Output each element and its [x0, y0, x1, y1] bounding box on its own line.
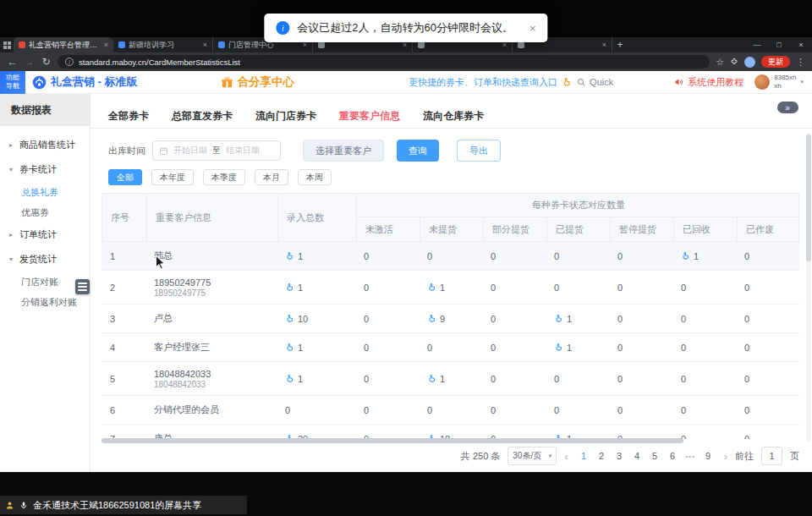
count-hand-icon[interactable] — [427, 314, 436, 323]
count-value: 0 — [427, 343, 432, 353]
bookmark-star-icon[interactable]: ☆ — [716, 57, 724, 68]
tab-close-icon[interactable]: × — [104, 41, 108, 49]
count-hand-icon[interactable] — [554, 314, 563, 323]
count-hand-icon[interactable] — [427, 283, 436, 292]
refresh-icon[interactable]: ↻ — [41, 56, 52, 68]
count-hand-icon[interactable] — [427, 374, 436, 383]
cell-status: 0 — [609, 405, 672, 415]
page-number[interactable]: 2 — [594, 447, 610, 464]
page-number[interactable]: 3 — [612, 447, 628, 464]
forward-icon[interactable]: → — [24, 56, 35, 68]
sidebar-item[interactable]: ▸商品销售统计 — [0, 133, 90, 157]
tab-grid-icon[interactable] — [0, 37, 14, 52]
site-info-icon[interactable]: i — [65, 58, 74, 66]
toast-text: 会议已超过2人，自动转为60分钟限时会议。 — [297, 20, 513, 36]
count-value: 0 — [744, 283, 749, 293]
date-filter-label: 出库时间 — [108, 145, 145, 157]
cell-status: 0 — [482, 283, 546, 293]
export-button[interactable]: 导出 — [457, 140, 501, 162]
v-scrollbar-thumb[interactable] — [806, 134, 811, 261]
page-number[interactable]: 5 — [647, 447, 663, 464]
count-hand-icon[interactable] — [285, 343, 294, 352]
screen: 礼盒营销平台管理中心×新疆培训学习×门店管理中心×××× + — □ × ← →… — [0, 0, 812, 516]
quick-filter-chip[interactable]: 本月 — [255, 169, 288, 185]
new-tab-button[interactable]: + — [612, 37, 628, 52]
tab-close-icon[interactable]: × — [203, 41, 207, 49]
quick-filter-chip[interactable]: 本季度 — [203, 169, 245, 185]
window-close-button[interactable]: × — [790, 37, 812, 52]
share-center-link[interactable]: 合分享中心 — [221, 74, 295, 90]
count-hand-icon[interactable] — [285, 251, 294, 261]
page-number[interactable]: 1 — [576, 447, 592, 464]
tab-favicon-icon — [418, 41, 425, 48]
back-icon[interactable]: ← — [7, 56, 18, 68]
browser-tab[interactable]: 新疆培训学习× — [113, 37, 213, 52]
url-bar[interactable]: i standard.maboy.cn/CardMemberStatistics… — [58, 55, 710, 69]
count-value: 0 — [681, 283, 686, 293]
quick-filter-chip[interactable]: 本周 — [298, 169, 332, 185]
toast-close-icon[interactable]: × — [529, 22, 536, 35]
user-menu[interactable]: 8385xh xh ▾ — [754, 74, 812, 90]
search-button[interactable]: 查询 — [397, 140, 439, 162]
sidebar-drag-handle[interactable] — [75, 279, 90, 294]
content-tab[interactable]: 流向门店券卡 — [255, 109, 316, 124]
sidebar-subitem[interactable]: 分销返利对账 — [0, 292, 90, 312]
sidebar-item[interactable]: ▾券卡统计 — [0, 157, 90, 182]
sidebar-item[interactable]: ▾发货统计 — [0, 247, 90, 272]
quick-filter-bar: 全部本年度本季度本月本周 — [108, 169, 332, 185]
browser-tab[interactable]: 礼盒营销平台管理中心× — [14, 37, 113, 52]
date-range-input[interactable]: 开始日期 至 结束日期 — [152, 140, 281, 161]
quick-search[interactable]: Quick — [577, 77, 613, 87]
cell-status: 0 — [355, 283, 419, 293]
cell-status: 0 — [609, 314, 672, 324]
prev-page-button[interactable]: ‹ — [564, 450, 568, 463]
calendar-icon — [159, 146, 168, 156]
collapse-panel-button[interactable]: » — [777, 102, 798, 113]
page-size-select[interactable]: 30条/页 ▾ — [508, 447, 557, 465]
sidebar-subitem[interactable]: 优惠券 — [0, 202, 90, 222]
browser-profile-avatar[interactable] — [744, 57, 755, 68]
content-tab[interactable]: 全部券卡 — [108, 109, 149, 124]
vertical-scrollbar[interactable] — [806, 133, 811, 442]
count-value: 0 — [554, 283, 559, 293]
page-number[interactable]: 9 — [700, 447, 716, 464]
page-number[interactable]: 4 — [629, 447, 645, 464]
extensions-icon[interactable] — [730, 58, 738, 66]
quick-filter-chip[interactable]: 全部 — [108, 169, 142, 185]
minimize-button[interactable]: — — [746, 37, 768, 52]
count-hand-icon[interactable] — [681, 251, 690, 261]
cell-status: 0 — [672, 405, 736, 415]
sidebar-item[interactable]: ▸订单统计 — [0, 222, 90, 247]
cell-status: 0 — [482, 405, 546, 415]
goto-page-input[interactable] — [761, 447, 782, 465]
function-nav-toggle[interactable]: 功能 导航 — [0, 71, 25, 94]
maximize-button[interactable]: □ — [768, 37, 790, 52]
count-value: 0 — [427, 251, 432, 261]
count-hand-icon[interactable] — [285, 374, 294, 383]
sidebar-subitem[interactable]: 兑换礼券 — [0, 182, 90, 202]
sidebar-item-label: 券卡统计 — [19, 163, 57, 176]
count-hand-icon[interactable] — [285, 283, 294, 292]
count-value: 0 — [681, 343, 686, 353]
table-header-status: 部分提货 — [483, 217, 546, 241]
quick-entry-tip: 更快捷的券卡、订单和快递查询入口 — [409, 76, 557, 89]
tab-close-icon[interactable]: × — [602, 41, 606, 49]
content-tab[interactable]: 总部直发券卡 — [172, 109, 233, 124]
horizontal-scrollbar[interactable] — [102, 437, 799, 444]
count-hand-icon[interactable] — [285, 314, 294, 323]
content-tab[interactable]: 流向仓库券卡 — [423, 109, 484, 124]
h-scrollbar-thumb[interactable] — [102, 438, 683, 443]
cell-status: 0 — [355, 405, 419, 415]
next-page-button[interactable]: › — [724, 450, 727, 463]
count-value: 0 — [491, 283, 496, 293]
page-number[interactable]: 6 — [665, 447, 681, 464]
quick-filter-chip[interactable]: 本年度 — [151, 169, 194, 185]
content-tab[interactable]: 重要客户信息 — [339, 109, 400, 124]
count-value: 0 — [427, 405, 432, 415]
count-hand-icon[interactable] — [554, 343, 563, 352]
cell-status: 0 — [736, 314, 799, 324]
select-customer-button[interactable]: 选择重要客户 — [303, 140, 384, 162]
browser-update-button[interactable]: 更新 — [761, 56, 790, 68]
browser-menu-icon[interactable]: ⋮ — [796, 57, 805, 68]
tutorial-link[interactable]: 系统使用教程 — [674, 76, 743, 89]
